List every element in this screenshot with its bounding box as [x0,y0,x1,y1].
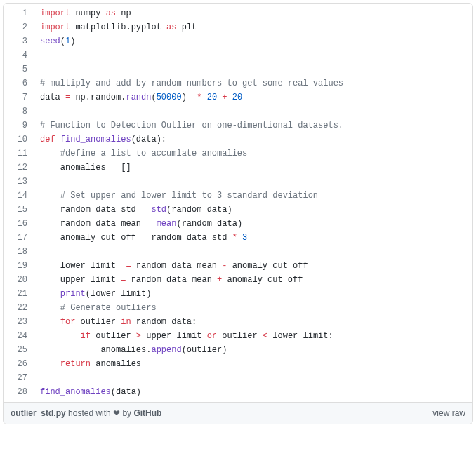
code-row: 3seed(1) [4,34,472,48]
line-number[interactable]: 10 [4,133,34,147]
code-line[interactable]: anomaly_cut_off = random_data_std * 3 [34,231,472,245]
code-line[interactable]: find_anomalies(data) [34,385,472,402]
line-number[interactable]: 27 [4,371,34,385]
code-line[interactable]: lower_limit = random_data_mean - anomaly… [34,259,472,273]
code-line[interactable]: return anomalies [34,357,472,371]
line-number[interactable]: 22 [4,301,34,315]
line-number[interactable]: 3 [4,34,34,48]
view-raw-link[interactable]: view raw [432,408,465,418]
line-number[interactable]: 13 [4,175,34,189]
filename-link[interactable]: outlier_std.py [11,408,66,418]
line-number[interactable]: 25 [4,343,34,357]
code-token: or [207,331,217,341]
line-number[interactable]: 15 [4,203,34,217]
code-line[interactable]: anomalies.append(outlier) [34,343,472,357]
code-line[interactable] [34,175,472,189]
code-line[interactable]: for outlier in random_data: [34,315,472,329]
meta-left: outlier_std.py hosted with ❤ by GitHub [11,408,161,418]
code-line[interactable]: anomalies = [] [34,161,472,175]
code-token: ( [131,135,136,144]
code-line[interactable]: upper_limit = random_data_mean + anomaly… [34,273,472,287]
line-number[interactable]: 9 [4,119,34,133]
code-token [40,359,60,369]
line-number[interactable]: 11 [4,147,34,161]
code-row: 7data = np.random.randn(50000) * 20 + 20 [4,90,472,105]
code-token [237,233,242,243]
code-token: random_data_mean [40,219,146,229]
code-token: random_data_std [146,233,232,243]
code-token [201,93,206,102]
code-token: random_data [171,205,227,215]
code-token: * [232,233,237,243]
code-token: = [111,163,116,173]
code-line[interactable]: data = np.random.randn(50000) * 20 + 20 [34,90,472,105]
code-line[interactable]: # multiply and add by random numbers to … [34,76,472,90]
hosted-text: hosted with [68,408,113,418]
line-number[interactable]: 28 [4,385,34,402]
line-number[interactable]: 1 [4,4,34,20]
code-row: 19 lower_limit = random_data_mean - anom… [4,259,472,273]
code-row: 27 [4,371,472,385]
code-line[interactable]: # Function to Detection Outlier on one-d… [34,119,472,133]
code-token: lower_limit [40,261,126,271]
code-line[interactable]: # Set upper and lower limit to 3 standar… [34,189,472,203]
code-line[interactable] [34,48,472,62]
code-line[interactable]: #define a list to accumlate anomalies [34,147,472,161]
code-token: = [126,261,131,271]
code-token: def [40,135,55,144]
line-number[interactable]: 14 [4,189,34,203]
code-line[interactable] [34,371,472,385]
code-tbody: 1import numpy as np2import matplotlib.py… [4,4,472,402]
code-row: 12 anomalies = [] [4,161,472,175]
code-line[interactable]: import numpy as np [34,4,472,20]
code-token: numpy [70,8,105,18]
code-row: 25 anomalies.append(outlier) [4,343,472,357]
code-line[interactable] [34,62,472,76]
line-number[interactable]: 16 [4,217,34,231]
code-token: ( [111,387,116,397]
code-token: ( [86,289,91,299]
line-number[interactable]: 5 [4,62,34,76]
line-number[interactable]: 7 [4,90,34,105]
code-token [40,331,81,341]
line-number[interactable]: 26 [4,357,34,371]
code-row: 18 [4,245,472,259]
line-number[interactable]: 6 [4,76,34,90]
code-line[interactable]: # Generate outliers [34,301,472,315]
line-number[interactable]: 18 [4,245,34,259]
line-number[interactable]: 24 [4,329,34,343]
code-token: ) [237,219,242,229]
line-number[interactable]: 2 [4,20,34,34]
line-number[interactable]: 17 [4,231,34,245]
code-line[interactable]: random_data_mean = mean(random_data) [34,217,472,231]
line-number[interactable]: 20 [4,273,34,287]
code-line[interactable] [34,245,472,259]
host-link[interactable]: GitHub [133,408,161,418]
line-number[interactable]: 4 [4,48,34,62]
code-line[interactable]: def find_anomalies(data): [34,133,472,147]
code-token: data [136,135,157,144]
line-number[interactable]: 23 [4,315,34,329]
code-line[interactable]: if outlier > upper_limit or outlier < lo… [34,329,472,343]
code-token: < [263,331,267,341]
code-token [40,317,60,327]
code-token: data [116,387,136,397]
code-token [40,303,60,313]
code-row: 6# multiply and add by random numbers to… [4,76,472,90]
code-token: find_anomalies [40,387,111,397]
code-row: 1import numpy as np [4,4,472,20]
line-number[interactable]: 12 [4,161,34,175]
code-row: 8 [4,105,472,119]
code-line[interactable]: print(lower_limit) [34,287,472,301]
code-line[interactable]: seed(1) [34,34,472,48]
line-number[interactable]: 19 [4,259,34,273]
line-number[interactable]: 21 [4,287,34,301]
code-token: lower_limit: [267,331,333,341]
code-line[interactable]: random_data_std = std(random_data) [34,203,472,217]
code-line[interactable]: import matplotlib.pyplot as plt [34,20,472,34]
code-token [40,149,60,159]
code-line[interactable] [34,105,472,119]
code-token: 3 [242,233,247,243]
code-token: anomalies [40,163,111,173]
line-number[interactable]: 8 [4,105,34,119]
